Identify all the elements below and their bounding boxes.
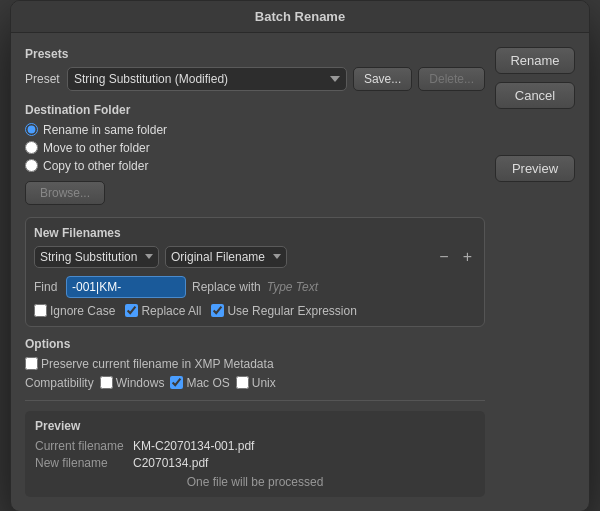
- options-label: Options: [25, 337, 485, 351]
- browse-button: Browse...: [25, 181, 105, 205]
- macos-label: Mac OS: [186, 376, 229, 390]
- radio-move-other[interactable]: Move to other folder: [25, 141, 485, 155]
- windows-label: Windows: [116, 376, 165, 390]
- remove-row-button[interactable]: −: [435, 249, 452, 265]
- ignore-case-check[interactable]: Ignore Case: [34, 304, 115, 318]
- radio-move-other-input[interactable]: [25, 141, 38, 154]
- radio-rename-same-input[interactable]: [25, 123, 38, 136]
- replace-all-check[interactable]: Replace All: [125, 304, 201, 318]
- replace-with-label: Replace with: [192, 280, 261, 294]
- new-filename-value: C2070134.pdf: [133, 456, 208, 470]
- windows-input[interactable]: [100, 376, 113, 389]
- radio-copy-other-input[interactable]: [25, 159, 38, 172]
- destination-label: Destination Folder: [25, 103, 485, 117]
- unix-label: Unix: [252, 376, 276, 390]
- preset-select[interactable]: String Substitution (Modified): [67, 67, 347, 91]
- checkboxes-row: Ignore Case Replace All Use Regular Expr…: [34, 304, 476, 318]
- preview-section-label: Preview: [35, 419, 475, 433]
- find-replace-row: Find Replace with Type Text: [34, 276, 476, 298]
- preview-note: One file will be processed: [35, 475, 475, 489]
- presets-section: Presets Preset String Substitution (Modi…: [25, 47, 485, 91]
- unix-input[interactable]: [236, 376, 249, 389]
- unix-check[interactable]: Unix: [236, 376, 276, 390]
- current-filename-value: KM-C2070134-001.pdf: [133, 439, 254, 453]
- left-panel: Presets Preset String Substitution (Modi…: [25, 47, 485, 497]
- rename-button[interactable]: Rename: [495, 47, 575, 74]
- ignore-case-label: Ignore Case: [50, 304, 115, 318]
- new-filenames-section: New Filenames String Substitution Origin…: [25, 217, 485, 327]
- method-select[interactable]: String Substitution: [34, 246, 159, 268]
- destination-radio-group: Rename in same folder Move to other fold…: [25, 123, 485, 173]
- macos-input[interactable]: [170, 376, 183, 389]
- preserve-xmp-input[interactable]: [25, 357, 38, 370]
- new-filenames-label: New Filenames: [34, 226, 476, 240]
- replace-placeholder: Type Text: [267, 280, 318, 294]
- find-label: Find: [34, 280, 60, 294]
- ignore-case-input[interactable]: [34, 304, 47, 317]
- radio-move-other-label: Move to other folder: [43, 141, 150, 155]
- preview-button[interactable]: Preview: [495, 155, 575, 182]
- current-filename-row: Current filename KM-C2070134-001.pdf: [35, 439, 475, 453]
- compat-row: Compatibility Windows Mac OS Unix: [25, 376, 485, 390]
- radio-copy-other-label: Copy to other folder: [43, 159, 148, 173]
- batch-rename-dialog: Batch Rename Presets Preset String Subst…: [10, 0, 590, 511]
- preset-row: Preset String Substitution (Modified) Sa…: [25, 67, 485, 91]
- replace-all-input[interactable]: [125, 304, 138, 317]
- new-filename-key: New filename: [35, 456, 125, 470]
- preview-section: Preview Current filename KM-C2070134-001…: [25, 411, 485, 497]
- save-button[interactable]: Save...: [353, 67, 412, 91]
- preserve-xmp-label: Preserve current filename in XMP Metadat…: [41, 357, 274, 371]
- use-regex-input[interactable]: [211, 304, 224, 317]
- add-row-button[interactable]: +: [459, 249, 476, 265]
- radio-copy-other[interactable]: Copy to other folder: [25, 159, 485, 173]
- dialog-title: Batch Rename: [11, 1, 589, 33]
- right-panel: Rename Cancel Preview: [495, 47, 575, 497]
- delete-button: Delete...: [418, 67, 485, 91]
- options-section: Options Preserve current filename in XMP…: [25, 337, 485, 390]
- replace-all-label: Replace All: [141, 304, 201, 318]
- divider: [25, 400, 485, 401]
- windows-check[interactable]: Windows: [100, 376, 165, 390]
- presets-label: Presets: [25, 47, 485, 61]
- find-input[interactable]: [66, 276, 186, 298]
- preset-label: Preset: [25, 72, 61, 86]
- use-regex-check[interactable]: Use Regular Expression: [211, 304, 356, 318]
- compat-label: Compatibility: [25, 376, 94, 390]
- source-select[interactable]: Original Filename: [165, 246, 287, 268]
- current-filename-key: Current filename: [35, 439, 125, 453]
- macos-check[interactable]: Mac OS: [170, 376, 229, 390]
- cancel-button[interactable]: Cancel: [495, 82, 575, 109]
- radio-rename-same[interactable]: Rename in same folder: [25, 123, 485, 137]
- use-regex-label: Use Regular Expression: [227, 304, 356, 318]
- filenames-controls: String Substitution Original Filename − …: [34, 246, 476, 268]
- destination-section: Destination Folder Rename in same folder…: [25, 103, 485, 205]
- preserve-xmp-check[interactable]: Preserve current filename in XMP Metadat…: [25, 357, 485, 371]
- new-filename-row: New filename C2070134.pdf: [35, 456, 475, 470]
- radio-rename-same-label: Rename in same folder: [43, 123, 167, 137]
